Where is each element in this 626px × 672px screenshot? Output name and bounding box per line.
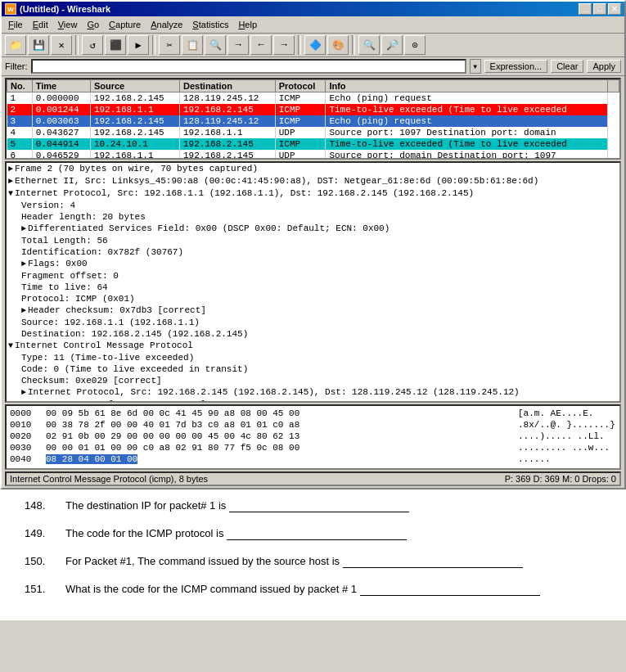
tree-item: ▼Internet Control Message Protocol <box>7 340 619 352</box>
menu-analyze[interactable]: Analyze <box>146 18 187 31</box>
expand-icon[interactable]: ► <box>21 400 26 403</box>
toolbar-back[interactable]: ✂ <box>159 35 180 55</box>
toolbar-find[interactable]: 🔍 <box>205 35 226 55</box>
minimize-button[interactable]: _ <box>579 3 592 15</box>
tree-item: Source: 192.168.1.1 (192.168.1.1) <box>20 317 619 328</box>
hex-offset: 0020 <box>10 431 39 442</box>
toolbar-capture[interactable]: ⬛ <box>105 35 126 55</box>
menu-view[interactable]: View <box>53 18 83 31</box>
hex-row: 002002 91 0b 00 29 00 00 00 00 00 45 00 … <box>10 431 616 442</box>
hex-bytes: 00 09 5b 61 8e 6d 00 0c 41 45 90 a8 08 0… <box>46 408 511 419</box>
toolbar-close[interactable]: ✕ <box>51 35 72 55</box>
menu-go[interactable]: Go <box>82 18 104 31</box>
tree-item: ►Ethernet II, Src: Linksys_45:90:a8 (00:… <box>7 175 619 187</box>
table-row[interactable]: 60.046529192.168.1.1192.168.2.145UDPSour… <box>7 150 619 160</box>
expand-icon[interactable]: ► <box>21 259 26 268</box>
packet-list[interactable]: No. Time Source Destination Protocol Inf… <box>5 78 621 160</box>
col-protocol[interactable]: Protocol <box>275 80 326 92</box>
expand-icon[interactable]: ▼ <box>8 341 13 350</box>
question-answer-148[interactable] <box>229 499 409 512</box>
toolbar-zoom-in[interactable]: 🔍 <box>358 35 380 55</box>
question-row: 148.The destination IP for packet# 1 is <box>25 499 601 512</box>
clear-button[interactable]: Clear <box>551 60 583 73</box>
toolbar-sep4 <box>352 35 355 55</box>
hex-bytes: 00 38 78 2f 00 00 40 01 7d b3 c0 a8 01 0… <box>46 419 511 431</box>
menu-edit[interactable]: Edit <box>28 18 53 31</box>
question-text-150: For Packet #1, The command issued by the… <box>65 555 601 568</box>
menu-file[interactable]: File <box>3 18 28 31</box>
filter-dropdown[interactable]: ▼ <box>470 59 481 74</box>
col-scroll <box>608 80 619 92</box>
toolbar-capture2[interactable]: ▶ <box>128 35 149 55</box>
table-row[interactable]: 30.003063192.168.2.145128.119.245.12ICMP… <box>7 115 619 127</box>
tree-item: Fragment offset: 0 <box>20 270 619 282</box>
table-row[interactable]: 10.000000192.168.2.145128.119.245.12ICMP… <box>7 92 619 105</box>
col-source[interactable]: Source <box>90 80 179 92</box>
expand-icon[interactable]: ► <box>21 306 26 315</box>
expand-icon[interactable]: ▼ <box>8 189 13 198</box>
menu-help[interactable]: Help <box>233 18 262 31</box>
maximize-button[interactable]: □ <box>593 3 606 15</box>
statusbar-protocol: Internet Control Message Protocol (icmp)… <box>10 474 505 484</box>
menu-capture[interactable]: Capture <box>104 18 146 31</box>
toolbar-color[interactable]: 🎨 <box>327 35 349 55</box>
expand-icon[interactable]: ► <box>8 165 13 174</box>
hex-ascii: .8x/..@. }.......} <box>518 419 616 431</box>
filterbar: Filter: ▼ Expression... Clear Apply <box>2 57 624 76</box>
tree-item: Total Length: 56 <box>20 235 619 246</box>
question-num-148: 148. <box>25 499 65 512</box>
tree-item: ►Flags: 0x00 <box>20 258 619 270</box>
toolbar-go[interactable]: → <box>227 35 249 55</box>
question-answer-151[interactable] <box>360 583 540 596</box>
hex-bytes: 00 00 01 01 00 00 c0 a8 02 91 80 77 f5 0… <box>46 442 511 453</box>
toolbar-reload[interactable]: ↺ <box>82 35 103 55</box>
table-row[interactable]: 50.04491410.24.10.1192.168.2.145ICMPTime… <box>7 138 619 150</box>
toolbar-sep3 <box>298 35 301 55</box>
filter-input[interactable] <box>31 59 466 74</box>
filter-label: Filter: <box>5 61 28 71</box>
toolbar-save[interactable]: 💾 <box>28 35 49 55</box>
col-time[interactable]: Time <box>32 80 90 92</box>
expand-icon[interactable]: ► <box>21 224 26 233</box>
statusbar-stats: P: 369 D: 369 M: 0 Drops: 0 <box>505 474 616 484</box>
toolbar-filter[interactable]: 🔷 <box>304 35 326 55</box>
hex-offset: 0010 <box>10 419 39 431</box>
close-button[interactable]: ✕ <box>608 3 621 15</box>
toolbar-back2[interactable]: ← <box>250 35 272 55</box>
hex-row: 003000 00 01 01 00 00 c0 a8 02 91 80 77 … <box>10 442 616 453</box>
tree-item: Protocol: ICMP (0x01) <box>20 293 619 304</box>
apply-button[interactable]: Apply <box>587 60 621 73</box>
tree-item: Destination: 192.168.2.145 (192.168.2.14… <box>20 328 619 340</box>
menubar: File Edit View Go Capture Analyze Statis… <box>2 16 624 34</box>
titlebar: W (Untitled) - Wireshark _ □ ✕ <box>2 2 624 16</box>
hex-row: 004008 28 04 00 01 00...... <box>10 453 616 465</box>
expression-button[interactable]: Expression... <box>484 60 548 73</box>
toolbar-zoom-normal[interactable]: ⊙ <box>404 35 426 55</box>
expand-icon[interactable]: ► <box>21 388 26 397</box>
table-row[interactable]: 40.043627192.168.2.145192.168.1.1UDPSour… <box>7 127 619 138</box>
toolbar: 📁 💾 ✕ ↺ ⬛ ▶ ✂ 📋 🔍 → ← → 🔷 🎨 🔍 🔎 ⊙ <box>2 34 624 57</box>
hex-row: 000000 09 5b 61 8e 6d 00 0c 41 45 90 a8 … <box>10 408 616 419</box>
question-answer-150[interactable] <box>343 555 523 568</box>
tree-item: ►Frame 2 (70 bytes on wire, 70 bytes cap… <box>7 163 619 175</box>
toolbar-zoom-out[interactable]: 🔎 <box>381 35 403 55</box>
tree-item: Header length: 20 bytes <box>20 211 619 223</box>
tree-item: Time to live: 64 <box>20 282 619 293</box>
question-answer-149[interactable] <box>227 527 407 540</box>
window-controls[interactable]: _ □ ✕ <box>579 3 621 15</box>
col-info[interactable]: Info <box>326 80 608 92</box>
toolbar-forward[interactable]: → <box>273 35 295 55</box>
toolbar-fwd[interactable]: 📋 <box>182 35 203 55</box>
tree-item: ►Differentiated Services Field: 0x00 (DS… <box>20 223 619 235</box>
col-destination[interactable]: Destination <box>179 80 275 92</box>
expand-icon[interactable]: ► <box>8 177 13 186</box>
table-row[interactable]: 20.001244192.168.1.1192.168.2.145ICMPTim… <box>7 104 619 115</box>
question-row: 151.What is the code for the ICMP comman… <box>25 583 601 596</box>
col-no[interactable]: No. <box>7 80 33 92</box>
question-row: 149.The code for the ICMP protocol is <box>25 527 601 540</box>
hex-row: 001000 38 78 2f 00 00 40 01 7d b3 c0 a8 … <box>10 419 616 431</box>
hex-ascii: ....)..... ..Ll. <box>518 431 616 442</box>
toolbar-open[interactable]: 📁 <box>5 35 26 55</box>
menu-statistics[interactable]: Statistics <box>187 18 233 31</box>
tree-item: Checksum: 0xe029 [correct] <box>20 375 619 386</box>
